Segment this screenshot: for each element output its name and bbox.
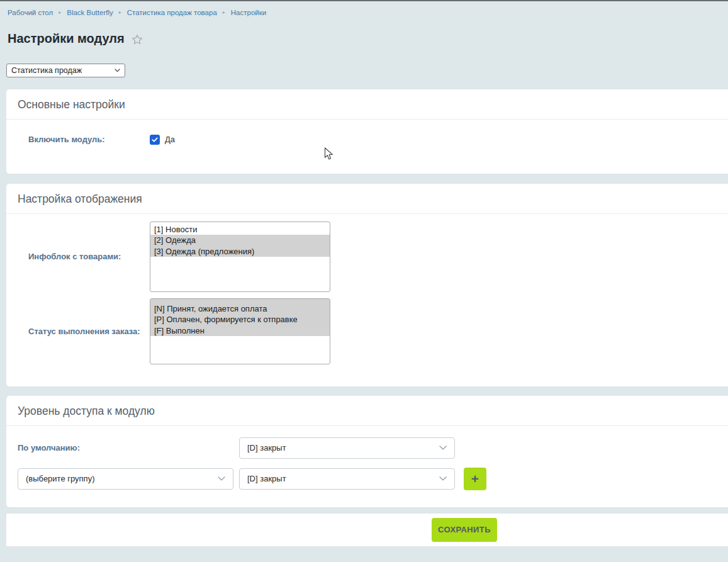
breadcrumb-separator-icon: ▸ bbox=[223, 10, 225, 15]
breadcrumb: Рабочий стол ▸ Black Butterfly ▸ Статист… bbox=[8, 9, 728, 16]
group-access-row: (выберите группу) [D] закрыт + bbox=[6, 468, 728, 507]
chevron-down-icon bbox=[439, 476, 447, 481]
top-border-strip bbox=[0, 0, 728, 1]
default-access-value: [D] закрыт bbox=[247, 443, 286, 452]
listbox-option[interactable]: [N] Принят, ожидается оплата bbox=[150, 303, 330, 315]
section-title-display: Настройка отображения bbox=[6, 184, 728, 214]
iblock-listbox[interactable]: [1] Новости [2] Одежда [3] Одежда (предл… bbox=[150, 222, 330, 292]
listbox-option[interactable]: [3] Одежда (предложения) bbox=[150, 246, 330, 257]
order-status-row: Статус выполнения заказа: [N] Принят, ож… bbox=[28, 298, 728, 364]
enable-module-checkbox[interactable] bbox=[150, 135, 160, 145]
listbox-option[interactable]: [2] Одежда bbox=[150, 235, 330, 246]
iblock-row: Инфоблок с товарами: [1] Новости [2] Оде… bbox=[28, 222, 728, 292]
order-status-label: Статус выполнения заказа: bbox=[28, 327, 150, 336]
chevron-down-icon bbox=[115, 69, 120, 72]
group-select-value: (выберите группу) bbox=[26, 474, 94, 483]
order-status-listbox[interactable]: [N] Принят, ожидается оплата [P] Оплачен… bbox=[150, 298, 330, 364]
listbox-option[interactable]: [F] Выполнен bbox=[150, 325, 330, 337]
breadcrumb-item[interactable]: Black Butterfly bbox=[67, 9, 113, 16]
breadcrumb-item[interactable]: Рабочий стол bbox=[8, 9, 53, 16]
listbox-option[interactable]: [P] Оплачен, формируется к отправке bbox=[150, 314, 330, 325]
add-access-row-button[interactable]: + bbox=[464, 468, 486, 490]
breadcrumb-item[interactable]: Настройки bbox=[231, 9, 266, 16]
general-settings-card: Основные настройки Включить модуль: Да bbox=[6, 89, 728, 174]
listbox-option[interactable]: [1] Новости bbox=[150, 224, 330, 235]
enable-module-value: Да bbox=[165, 135, 175, 144]
check-icon bbox=[151, 136, 159, 143]
breadcrumb-separator-icon: ▸ bbox=[59, 10, 61, 15]
chevron-down-icon bbox=[218, 476, 225, 481]
group-access-select[interactable]: [D] закрыт bbox=[239, 468, 455, 490]
favorite-star-icon[interactable] bbox=[132, 32, 143, 45]
display-settings-card: Настройка отображения Инфоблок с товарам… bbox=[6, 184, 728, 386]
default-access-label: По умолчанию: bbox=[18, 443, 239, 452]
save-button[interactable]: СОХРАНИТЬ bbox=[432, 518, 497, 542]
enable-module-label: Включить модуль: bbox=[28, 135, 150, 144]
module-select-value: Статистика продаж bbox=[11, 66, 82, 75]
save-bar: СОХРАНИТЬ bbox=[6, 514, 728, 546]
section-title-general: Основные настройки bbox=[6, 89, 728, 120]
page-title: Настройки модуля bbox=[8, 31, 125, 46]
breadcrumb-separator-icon: ▸ bbox=[119, 10, 121, 15]
group-access-value: [D] закрыт bbox=[247, 474, 286, 483]
iblock-label: Инфоблок с товарами: bbox=[28, 252, 150, 261]
default-access-row: По умолчанию: [D] закрыт bbox=[6, 437, 728, 459]
default-access-select[interactable]: [D] закрыт bbox=[239, 437, 455, 459]
access-level-card: Уровень доступа к модулю По умолчанию: [… bbox=[6, 396, 728, 507]
module-select[interactable]: Статистика продаж bbox=[6, 64, 125, 77]
breadcrumb-item[interactable]: Статистика продаж товара bbox=[127, 9, 217, 16]
group-select[interactable]: (выберите группу) bbox=[18, 468, 233, 490]
section-title-access: Уровень доступа к модулю bbox=[6, 396, 728, 426]
plus-icon: + bbox=[471, 472, 479, 485]
enable-module-row: Включить модуль: Да bbox=[6, 120, 728, 174]
chevron-down-icon bbox=[439, 446, 447, 450]
